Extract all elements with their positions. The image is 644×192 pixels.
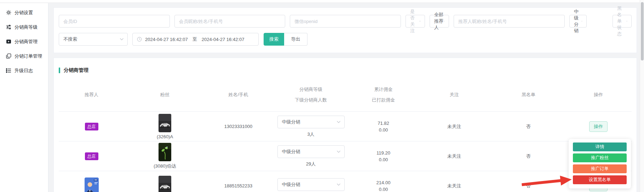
commission-total: 119.20	[351, 150, 416, 156]
row-level-select[interactable]: 中级分销	[277, 116, 345, 128]
phone-cell: 13023331000	[206, 124, 271, 129]
follow-cell: 未关注	[416, 153, 492, 159]
column-header-name-phone: 姓名/手机	[206, 92, 271, 98]
export-button[interactable]: 导出	[284, 33, 307, 46]
search-button-group: 搜索 导出	[264, 33, 307, 46]
chevron-down-icon	[581, 20, 583, 23]
scrollbar-thumb[interactable]	[641, 2, 644, 60]
row-level-select[interactable]: 中级分销	[277, 145, 345, 158]
sub-distributor-count: 29人	[271, 161, 351, 167]
wechat-openid-input[interactable]	[290, 15, 401, 28]
fan-name: (3080)伯达	[154, 163, 176, 169]
follow-cell: 未关注	[416, 183, 492, 189]
menu-item-set-blacklist[interactable]: 设置黑名单	[573, 175, 627, 184]
title-accent-bar	[59, 68, 60, 73]
gear-icon	[6, 10, 11, 15]
commission-total: 71.82	[351, 120, 416, 127]
list-icon	[6, 68, 11, 73]
fan-photo-plant	[159, 143, 171, 161]
referrer-badge: 总店	[85, 152, 98, 160]
clock-icon	[137, 37, 142, 42]
commission-paid: 0.00	[351, 156, 416, 163]
sidebar-item-upgrade-log[interactable]: 升级日志	[0, 63, 48, 78]
row-level-select[interactable]: 中级分销	[277, 178, 345, 191]
main-content: 是否关注 全部推荐人 中级分销 黑名单状态 不搜索	[49, 3, 644, 192]
column-header-referrer: 推荐人	[59, 92, 124, 98]
follow-status-select[interactable]: 是否关注	[406, 15, 425, 28]
filter-row-2: 不搜索 2024-04-27 16:42:07 至 2024-04-27 16:…	[59, 33, 632, 46]
phone-cell: 18851552233	[206, 183, 271, 188]
date-range-separator: 至	[192, 36, 197, 42]
referrer-avatar	[85, 178, 99, 192]
chevron-down-icon	[443, 20, 445, 23]
level-filter-select[interactable]: 中级分销	[569, 15, 587, 28]
column-header-fan: 粉丝	[124, 92, 206, 98]
fan-photo-car	[159, 114, 171, 132]
commission-cell: 119.20 0.00	[351, 150, 416, 163]
member-id-input[interactable]	[59, 15, 170, 28]
copy-icon	[6, 53, 11, 59]
referrer-cell: 总店	[59, 123, 124, 130]
menu-item-promo-orders[interactable]: 推广订单	[573, 164, 627, 173]
top-strip	[0, 0, 644, 3]
sidebar-item-label: 分销订单管理	[15, 53, 42, 59]
referrer-select-value: 全部推荐人	[434, 12, 443, 31]
panel-title: 分销商管理	[59, 67, 632, 74]
play-square-icon	[6, 39, 11, 44]
search-mode-select-value: 不搜索	[63, 36, 77, 42]
table-header: 推荐人 粉丝 姓名/手机 分销商等级 下级分销商人数 累计佣金 已打款佣金 关注…	[59, 78, 632, 112]
chevron-down-icon	[337, 150, 341, 153]
column-header-blacklist: 黑名单	[492, 92, 565, 98]
column-header-commission: 累计佣金 已打款佣金	[351, 84, 416, 105]
chevron-down-icon	[120, 38, 124, 41]
referrer-cell: 总店	[59, 152, 124, 160]
commission-cell: 214.00 0.00	[351, 179, 416, 192]
sidebar-item-label: 升级日志	[15, 68, 33, 74]
vertical-scrollbar[interactable]	[640, 0, 644, 192]
blacklist-status-select-value: 黑名单状态	[617, 5, 626, 37]
blacklist-cell: 否	[492, 153, 565, 159]
chevron-down-icon	[337, 121, 341, 123]
fan-name: (3260)A	[157, 134, 173, 139]
sidebar-item-distribution-orders[interactable]: 分销订单管理	[0, 49, 48, 63]
referrer-select[interactable]: 全部推荐人	[430, 15, 449, 28]
blacklist-status-select[interactable]: 黑名单状态	[613, 15, 632, 28]
member-nickname-input[interactable]	[174, 15, 286, 28]
sidebar: 分销设置 分销商等级 分销商管理 分销订单管理 升级日志	[0, 3, 48, 192]
chevron-down-icon	[419, 20, 421, 23]
sidebar-item-distribution-settings[interactable]: 分销设置	[0, 5, 48, 20]
fan-cell	[124, 176, 206, 192]
sidebar-item-label: 分销设置	[15, 10, 33, 16]
follow-status-select-value: 是否关注	[410, 8, 419, 34]
page-title: 分销商管理	[64, 67, 88, 74]
search-mode-select[interactable]: 不搜索	[59, 33, 128, 46]
search-button[interactable]: 搜索	[264, 33, 284, 46]
menu-item-promo-fans[interactable]: 推广粉丝	[573, 153, 627, 162]
chevron-down-icon	[626, 20, 628, 23]
level-cell: 中级分销	[271, 178, 351, 192]
fan-photo-car	[159, 176, 171, 192]
referrer-badge: 总店	[85, 123, 98, 130]
filter-panel: 是否关注 全部推荐人 中级分销 黑名单状态 不搜索	[53, 7, 637, 53]
date-range-picker[interactable]: 2024-04-27 16:42:07 至 2024-04-27 16:42:0…	[132, 33, 259, 46]
sub-distributor-count: 3人	[271, 131, 351, 138]
level-cell: 中级分销 3人	[271, 116, 351, 138]
sidebar-item-distributor-levels[interactable]: 分销商等级	[0, 20, 48, 34]
sidebar-item-distributor-management[interactable]: 分销商管理	[0, 34, 48, 49]
level-filter-select-value: 中级分销	[574, 8, 581, 34]
column-header-action: 操作	[565, 92, 632, 98]
row-action-button[interactable]: 操作	[589, 121, 608, 132]
sidebar-item-label: 分销商等级	[15, 24, 38, 30]
column-header-level: 分销商等级 下级分销商人数	[271, 84, 351, 105]
commission-cell: 71.82 0.00	[351, 120, 416, 133]
referrer-cell	[59, 178, 124, 192]
referrer-search-input[interactable]	[454, 15, 565, 28]
follow-cell: 未关注	[416, 123, 492, 130]
table-row: 总店 (3260)A 13023331000 中级分销	[59, 112, 632, 141]
menu-item-detail[interactable]: 详情	[573, 142, 627, 151]
sidebar-item-label: 分销商管理	[15, 39, 38, 45]
red-annotation-arrow	[519, 173, 580, 190]
filter-row-1: 是否关注 全部推荐人 中级分销 黑名单状态	[59, 15, 632, 28]
table-row: 总店 (3080)伯达 中级分销	[59, 141, 632, 171]
chevron-down-icon	[337, 183, 341, 186]
